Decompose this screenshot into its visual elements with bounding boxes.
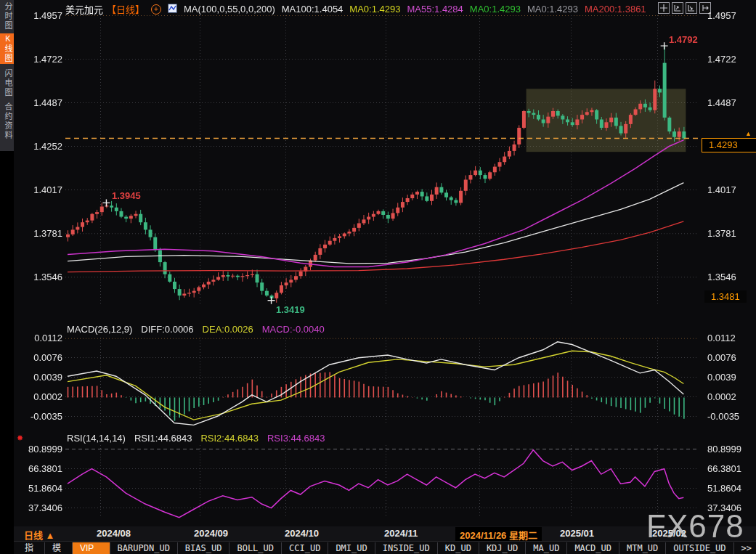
watermark: FX678 — [646, 508, 744, 545]
toolbar-item-barupdn[interactable]: BARUPDN_UD — [110, 542, 178, 554]
price-label-left: 1.4957 — [13, 10, 62, 21]
macd-axis-label-left: 0.0002 — [13, 391, 62, 402]
current-price-badge: 1.4293 — [702, 138, 756, 152]
price-label-right: 1.3781 — [707, 228, 736, 239]
low-price-badge: 1.3481 — [704, 290, 747, 303]
toolbar-item-ma[interactable]: MA_UD — [526, 542, 567, 554]
ma0-gray-value: MA0:1.4293 — [527, 4, 578, 15]
sidebar-item-contract-info[interactable]: 合约资料 — [0, 102, 14, 140]
annotation-peak-price: 1.3945 — [112, 190, 141, 201]
period-tag[interactable]: 【日线】 — [107, 2, 145, 16]
ma0-green-value: MA0:1.4293 — [470, 4, 521, 15]
alert-icon[interactable]: ✸ — [17, 433, 23, 443]
price-label-left: 1.4722 — [13, 54, 62, 65]
indicator-toolbar: 指标 模板 VIP指标 BARUPDN_UD BIAS_UD BOLL_UD C… — [14, 541, 756, 554]
toolbar-item-inside[interactable]: INSIDE_UD — [375, 542, 438, 554]
toolbar-item-template[interactable]: 模板 — [45, 542, 73, 554]
toolbar-item-bias[interactable]: BIAS_UD — [178, 542, 230, 554]
month-label: 2024/08 — [97, 528, 131, 539]
symbol-title: 美元加元 — [65, 2, 103, 16]
toolbar-item-boll[interactable]: BOLL_UD — [229, 542, 282, 554]
left-sidebar: 分时图 K线图 闪电图 合约资料 — [0, 0, 14, 554]
period-selector[interactable]: 日线 ▲ — [24, 528, 54, 542]
ma55-value: MA55:1.4284 — [407, 4, 463, 15]
sidebar-item-kline-chart[interactable]: K线图 — [0, 33, 14, 64]
macd-axis-label-right: -0.0035 — [707, 411, 739, 422]
macd-axis-label-right: 0.0112 — [707, 333, 736, 343]
price-label-left: 1.4017 — [13, 184, 62, 195]
macd-axis-label-left: 0.0112 — [13, 333, 62, 343]
macd-macd-value: MACD:-0.0040 — [262, 324, 325, 335]
rsi-axis-label-right: 80.8999 — [707, 444, 741, 455]
month-label: 2024/11 — [384, 528, 418, 539]
time-axis: 日线 ▲ 2024/08 2024/09 2024/10 2024/11 202… — [14, 526, 756, 541]
price-label-left: 1.4487 — [13, 97, 62, 108]
macd-axis-label-right: 0.0039 — [707, 372, 736, 383]
macd-axis-label-left: 0.0076 — [13, 352, 62, 363]
chart-tool-icons — [658, 2, 711, 14]
rsi-axis-label-left: 80.8999 — [13, 444, 62, 455]
month-label: 2024/10 — [285, 528, 319, 539]
toolbar-item-indicator[interactable]: 指标 — [17, 542, 45, 554]
price-label-left: 1.3781 — [13, 228, 62, 239]
price-label-right: 1.4487 — [707, 97, 736, 108]
ma0-yellow-value: MA0:1.4293 — [349, 4, 400, 15]
macd-title[interactable]: MACD(26,12,9) — [67, 324, 132, 335]
macd-dea-value: DEA:0.0026 — [203, 324, 253, 335]
ma100-value: MA100:1.4054 — [282, 4, 344, 15]
zoom-axis-left-icon[interactable] — [672, 2, 683, 14]
rsi-axis-label-left: 51.8604 — [13, 483, 62, 494]
macd-axis-label-left: 0.0039 — [13, 372, 62, 383]
macd-header: MACD(26,12,9) DIFF:0.0006 DEA:0.0026 MAC… — [67, 324, 325, 335]
rsi1-value: RSI1:44.6843 — [134, 433, 192, 444]
add-indicator-icon[interactable]: + — [151, 4, 161, 15]
price-label-right: 1.3546 — [707, 272, 736, 282]
price-chart-canvas[interactable] — [0, 0, 756, 554]
crosshair-icon[interactable] — [658, 2, 670, 14]
mini-chart-icon[interactable] — [168, 4, 177, 15]
selected-date-label: 2024/11/26 星期二 — [455, 527, 542, 542]
rsi-axis-label-right: 66.3801 — [707, 463, 741, 474]
price-label-right: 1.4957 — [707, 10, 736, 21]
zoom-axis-right-icon[interactable] — [686, 2, 697, 14]
current-price-arrow-icon: ▲ — [745, 130, 752, 137]
price-label-left: 1.3546 — [13, 272, 62, 282]
macd-axis-label-right: 0.0002 — [707, 391, 736, 402]
rsi-header: RSI(14,14,14) RSI1:44.6843 RSI2:44.6843 … — [67, 433, 325, 444]
toolbar-item-macd[interactable]: MACD_UD — [567, 542, 619, 554]
annotation-high-price: 1.4792 — [669, 34, 698, 45]
ma200-value: MA200:1.3861 — [585, 4, 646, 15]
toolbar-item-kd[interactable]: KD_UD — [438, 542, 479, 554]
toolbar-item-dmi[interactable]: DMI_UD — [328, 542, 375, 554]
macd-axis-label-right: 0.0076 — [707, 352, 736, 363]
rsi3-value: RSI3:44.6843 — [267, 433, 325, 444]
price-label-right: 1.4722 — [707, 54, 736, 65]
sidebar-item-lightning-chart[interactable]: 闪电图 — [0, 69, 14, 97]
macd-axis-label-left: -0.0035 — [13, 411, 62, 422]
rsi-axis-label-left: 66.3801 — [13, 463, 62, 474]
toolbar-item-cci[interactable]: CCI_UD — [282, 542, 328, 554]
month-label: 2024/09 — [194, 528, 228, 539]
rsi2-value: RSI2:44.6843 — [200, 433, 259, 444]
rsi-title[interactable]: RSI(14,14,14) — [67, 433, 126, 444]
macd-diff-value: DIFF:0.0006 — [141, 324, 193, 335]
rsi-axis-label-left: 37.3406 — [13, 502, 62, 513]
ma-settings-label: MA(100,0,55,0,0,200) — [184, 4, 275, 15]
chart-header: 美元加元 【日线】 + MA(100,0,55,0,0,200) MA100:1… — [65, 2, 646, 16]
price-label-left: 1.4252 — [13, 141, 62, 152]
rsi-axis-label-right: 51.8604 — [707, 483, 741, 494]
price-label-right: 1.4017 — [707, 184, 736, 195]
sidebar-item-timeline-chart[interactable]: 分时图 — [0, 2, 14, 30]
annotation-low-price: 1.3419 — [276, 304, 305, 315]
toolbar-item-vip-indicator[interactable]: VIP指标 — [73, 542, 110, 554]
month-label: 2025/01 — [560, 528, 594, 539]
toolbar-item-kdj[interactable]: KDJ_UD — [479, 542, 526, 554]
